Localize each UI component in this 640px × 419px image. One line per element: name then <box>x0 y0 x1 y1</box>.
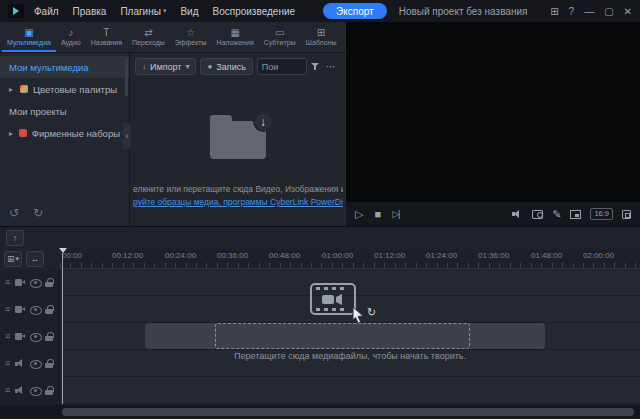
help-icon[interactable]: ? <box>569 6 575 17</box>
ruler-label: 01:36:00 <box>478 251 509 260</box>
menu-plugins[interactable]: Плагины▾ <box>120 6 166 17</box>
app-window: Файл Правка Плагины▾ Вид Воспроизведение… <box>0 0 640 419</box>
track-grip-icon[interactable]: ≡ <box>5 331 10 341</box>
track-manager-button[interactable]: ⊞▾ <box>4 251 22 267</box>
layout-grid-icon[interactable]: ⊞ <box>550 6 558 17</box>
sidebar-item-color-palettes[interactable]: ▸Цветовые палитры <box>0 78 129 100</box>
tab-transitions[interactable]: ⇄Переходы <box>127 22 170 52</box>
track-lock-icon[interactable] <box>45 332 53 341</box>
menu-playback[interactable]: Воспроизведение <box>213 6 296 17</box>
fullscreen-icon[interactable] <box>622 210 631 219</box>
track-visibility-icon[interactable] <box>30 306 40 313</box>
sidebar-item-label: Мои мультимедиа <box>9 62 89 73</box>
import-arrow-icon: ↓ <box>142 62 146 71</box>
overlay-layers-icon: ▦ <box>230 28 239 38</box>
import-button[interactable]: ↓ Импорт ▾ <box>135 58 196 75</box>
search-input[interactable] <box>257 58 307 75</box>
tab-media[interactable]: ▣Мультимедиа <box>2 22 56 52</box>
tab-templates[interactable]: ⊞Шаблоны <box>301 22 342 52</box>
track-visibility-icon[interactable] <box>30 333 40 340</box>
tab-titles[interactable]: TНазвания <box>86 22 127 52</box>
track-lock-icon[interactable] <box>45 278 53 287</box>
track-mute-icon[interactable] <box>30 387 40 394</box>
import-drop-zone[interactable]: ↓ <box>210 121 266 159</box>
more-options-icon[interactable]: ⋯ <box>326 61 336 72</box>
aspect-ratio-label[interactable]: 16:9 <box>590 208 613 220</box>
library-sidebar: Мои мультимедиа ▸Цветовые палитры Мои пр… <box>0 53 130 226</box>
menu-view[interactable]: Вид <box>180 6 198 17</box>
tab-titles-label: Названия <box>91 39 122 46</box>
track-visibility-icon[interactable] <box>30 279 40 286</box>
track-lock-icon[interactable] <box>45 359 53 368</box>
track-grip-icon[interactable]: ≡ <box>5 277 10 287</box>
filmstrip-icon <box>310 283 356 319</box>
track-grip-icon[interactable]: ≡ <box>5 358 10 368</box>
track-lock-icon[interactable] <box>45 386 53 395</box>
track-lock-icon[interactable] <box>45 305 53 314</box>
tab-effects[interactable]: ☆Эффекты <box>170 22 212 52</box>
ruler-label: 02:00:00 <box>583 251 614 260</box>
menu-file[interactable]: Файл <box>34 6 59 17</box>
sidebar-item-my-projects[interactable]: Мои проекты <box>0 100 129 122</box>
minimize-button[interactable]: — <box>584 6 594 17</box>
preview-panel: ▷ ■ ▷| ✎ 16:9 <box>345 22 640 226</box>
music-note-icon: ♪ <box>68 28 73 38</box>
expand-arrow-icon[interactable]: ▸ <box>9 85 15 94</box>
collapse-sidebar-handle[interactable]: ‹ <box>123 123 131 149</box>
edit-pencil-icon[interactable]: ✎ <box>552 208 561 221</box>
tab-overlays[interactable]: ▦Наложения <box>212 22 259 52</box>
maximize-button[interactable]: ▢ <box>604 6 613 17</box>
library-hints: елкните или перетащите сюда Видео, Изобр… <box>130 183 343 209</box>
snapshot-icon[interactable] <box>532 210 543 219</box>
room-tabbar: ▣Мультимедиа ♪Аудио TНазвания ⇄Переходы … <box>0 22 345 53</box>
pip-view-icon[interactable] <box>570 210 581 219</box>
redo-icon[interactable]: ↻ <box>33 206 43 220</box>
filter-funnel-icon[interactable] <box>311 62 320 71</box>
scrollbar-thumb[interactable] <box>62 408 634 416</box>
produce-share-button[interactable]: ↑ <box>6 230 24 246</box>
folder-icon: ↓ <box>210 121 266 159</box>
fit-timeline-button[interactable]: ↔ <box>26 251 44 267</box>
stop-button[interactable]: ■ <box>374 208 381 220</box>
undo-icon[interactable]: ↺ <box>9 206 19 220</box>
timeline-ruler[interactable]: 00:00 00:12:00 00:24:00 00:36:00 00:48:0… <box>60 249 640 269</box>
template-grid-icon: ⊞ <box>317 28 325 38</box>
palette-icon <box>20 85 28 93</box>
sample-media-link[interactable]: руйте образцы медиа, программы CyberLink… <box>133 197 343 207</box>
track-mute-icon[interactable] <box>30 360 40 367</box>
tab-audio[interactable]: ♪Аудио <box>56 22 86 52</box>
drop-hint-text: елкните или перетащите сюда Видео, Изобр… <box>133 183 343 196</box>
sidebar-item-brand-kits[interactable]: ▸Фирменные наборы <box>0 122 129 144</box>
menu-edit-label: Правка <box>73 6 107 17</box>
menu-file-label: Файл <box>34 6 59 17</box>
expand-arrow-icon[interactable]: ▸ <box>9 129 14 138</box>
menubar: Файл Правка Плагины▾ Вид Воспроизведение <box>34 6 295 17</box>
titlebar-controls: ⊞ ? — ▢ ✕ <box>550 6 632 17</box>
track-header: ≡ <box>0 323 60 349</box>
play-button[interactable]: ▷ <box>355 208 363 221</box>
timeline-drop-target[interactable] <box>215 323 470 349</box>
track-header: ≡ <box>0 377 60 403</box>
playhead[interactable] <box>62 253 63 404</box>
volume-icon[interactable] <box>512 210 523 219</box>
tab-audio-label: Аудио <box>61 39 81 46</box>
track-grip-icon[interactable]: ≡ <box>5 385 10 395</box>
chevron-down-icon: ▾ <box>16 255 20 263</box>
timeline-drop-band[interactable] <box>145 323 545 349</box>
timeline-ruler-row: ⊞▾ ↔ 00:00 00:12:00 00:24:00 00:36:00 00… <box>0 249 640 269</box>
record-label: Запись <box>216 62 246 72</box>
export-button[interactable]: Экспорт <box>323 3 387 19</box>
main-content: ▣Мультимедиа ♪Аудио TНазвания ⇄Переходы … <box>0 22 640 226</box>
track-grip-icon[interactable]: ≡ <box>5 304 10 314</box>
next-frame-button[interactable]: ▷| <box>392 209 399 219</box>
tab-templates-label: Шаблоны <box>306 39 337 46</box>
record-button[interactable]: ● Запись <box>200 58 252 75</box>
menu-edit[interactable]: Правка <box>73 6 107 17</box>
close-button[interactable]: ✕ <box>624 6 632 17</box>
tab-effects-label: Эффекты <box>175 39 207 46</box>
sidebar-scrollbar[interactable] <box>125 58 128 96</box>
tab-subtitles[interactable]: ▭Субтитры <box>259 22 301 52</box>
ruler-label: 01:12:00 <box>374 251 405 260</box>
preview-controls: ▷ ■ ▷| ✎ 16:9 <box>346 202 640 226</box>
sidebar-item-my-media[interactable]: Мои мультимедиа <box>0 56 129 78</box>
